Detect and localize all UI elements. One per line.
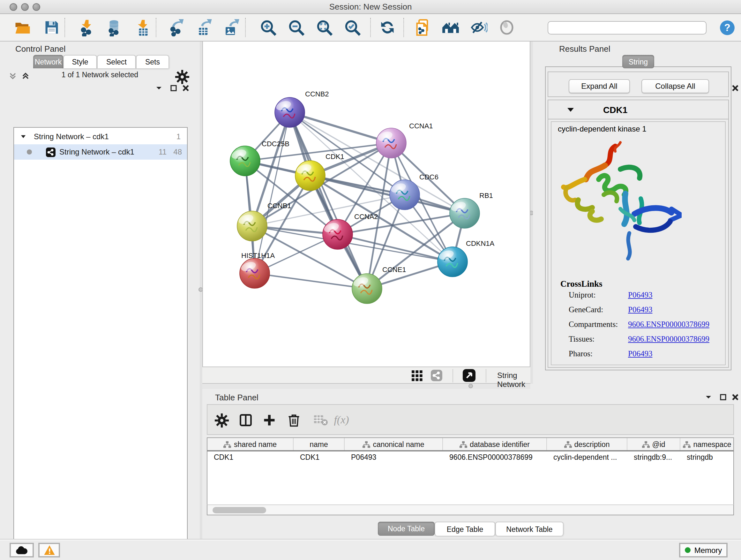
help-icon[interactable]: ? <box>718 18 736 37</box>
network-node-CDKN1A[interactable] <box>437 247 468 277</box>
column-header-description[interactable]: description <box>547 438 627 451</box>
export-table-icon[interactable] <box>195 18 212 37</box>
maximize-panel-icon[interactable] <box>169 84 178 92</box>
maximize-panel-icon[interactable] <box>719 393 728 401</box>
crosslink-label: GeneCard: <box>569 305 603 314</box>
table-hscrollbar[interactable] <box>207 504 734 515</box>
table-cell[interactable]: stringdb <box>687 453 732 461</box>
zoom-fit-icon[interactable] <box>315 18 333 37</box>
expand-all-button[interactable]: Expand All <box>569 79 630 93</box>
collapse-all-button[interactable]: Collapse All <box>642 79 709 93</box>
network-options-gear-icon[interactable] <box>175 70 190 84</box>
zoom-in-icon[interactable] <box>259 18 277 37</box>
edge-HIST1H1A-CCNE1[interactable] <box>255 273 367 289</box>
table-cell[interactable]: cyclin-dependent ... <box>553 453 625 461</box>
column-header-database-identifier[interactable]: database identifier <box>443 438 547 451</box>
network-node-CDK1[interactable] <box>295 161 325 191</box>
hide-eye-icon[interactable] <box>470 18 488 37</box>
network-node-CCNA1[interactable] <box>376 128 406 158</box>
crosslink-link[interactable]: P06493 <box>628 349 652 359</box>
import-network-database-icon[interactable] <box>105 18 123 37</box>
network-node-CCNE1[interactable] <box>352 273 382 304</box>
scrollbar-thumb[interactable] <box>212 507 266 513</box>
warning-button[interactable] <box>38 543 60 557</box>
gear-icon[interactable] <box>214 413 229 428</box>
import-network-icon[interactable] <box>78 18 96 37</box>
close-panel-icon[interactable] <box>181 84 190 92</box>
network-row-selected[interactable]: String Network – cdk1 11 48 <box>14 144 187 160</box>
tab-network[interactable]: Network <box>33 55 63 68</box>
zoom-out-icon[interactable] <box>287 18 305 37</box>
float-panel-icon[interactable] <box>154 84 163 92</box>
network-collection-row[interactable]: String Network – cdk1 1 <box>14 129 187 144</box>
network-tree: String Network – cdk1 1 String Network –… <box>13 127 188 560</box>
trash-icon[interactable] <box>286 413 301 428</box>
column-header--id[interactable]: @id <box>627 438 680 451</box>
tab-select[interactable]: Select <box>97 55 136 68</box>
table-cell[interactable]: P06493 <box>351 453 441 461</box>
network-status-dot <box>27 149 32 154</box>
float-panel-icon[interactable] <box>704 393 713 401</box>
network-canvas[interactable]: CCNB2CCNA1CDC25BCDK1CDC6RB1CCNB1CCNA2CDK… <box>202 42 530 367</box>
export-network-icon[interactable] <box>167 18 185 37</box>
close-panel-icon[interactable] <box>731 84 740 92</box>
network-view-type-icon[interactable] <box>431 370 442 381</box>
crosslink-link[interactable]: P06493 <box>628 305 652 315</box>
fx-icon[interactable]: f(x) <box>334 413 349 428</box>
column-header-namespace[interactable]: namespace <box>680 438 734 451</box>
column-header-name[interactable]: name <box>293 438 345 451</box>
gene-header[interactable]: CDK1 <box>548 100 728 119</box>
crosslink-link[interactable]: 9606.ENSP00000378699 <box>628 334 710 344</box>
grid-view-icon[interactable] <box>412 370 422 381</box>
network-node-CCNA2[interactable] <box>323 219 353 249</box>
close-panel-icon[interactable] <box>731 393 740 401</box>
home-pair-icon[interactable] <box>442 18 460 37</box>
table-delete-icon[interactable] <box>313 413 328 428</box>
toolbar-separator <box>64 18 65 37</box>
plus-icon[interactable] <box>262 413 277 428</box>
network-node-CDC6[interactable] <box>390 180 420 210</box>
copy-share-document-icon[interactable] <box>414 18 431 37</box>
section-expander-icon[interactable] <box>567 107 574 113</box>
tab-string[interactable]: String <box>622 55 654 68</box>
column-header-canonical-name[interactable]: canonical name <box>345 438 443 451</box>
save-icon[interactable] <box>43 18 61 37</box>
network-node-CDC25B[interactable] <box>230 146 260 176</box>
network-node-CCNB2[interactable] <box>275 98 305 127</box>
left-splitter[interactable] <box>200 42 202 539</box>
zoom-selected-icon[interactable] <box>343 18 361 37</box>
memory-button[interactable]: Memory <box>679 543 728 557</box>
edge-CCNB2-CCNE1[interactable] <box>290 112 367 289</box>
edge-CDK1-RB1[interactable] <box>310 176 465 213</box>
gene-section: CDK1 cyclin-dependent kinase 1 <box>548 100 729 368</box>
cloud-button[interactable] <box>10 543 34 557</box>
tab-node-table[interactable]: Node Table <box>378 522 434 536</box>
table-cell[interactable]: stringdb:9... <box>634 453 678 461</box>
refresh-icon[interactable] <box>379 18 396 37</box>
node-label-CDK1: CDK1 <box>326 152 344 161</box>
crosslink-link[interactable]: 9606.ENSP00000378699 <box>628 320 710 329</box>
import-table-icon[interactable] <box>134 18 152 37</box>
search-input[interactable] <box>548 21 706 35</box>
tab-sets[interactable]: Sets <box>136 55 169 68</box>
table-cell[interactable]: CDK1 <box>214 453 291 461</box>
network-node-RB1[interactable] <box>450 198 480 228</box>
crosslink-link[interactable]: P06493 <box>628 291 652 300</box>
tab-network-table[interactable]: Network Table <box>495 522 563 536</box>
table-cell[interactable]: CDK1 <box>300 453 342 461</box>
eye-disabled-icon[interactable] <box>498 18 516 37</box>
open-folder-icon[interactable] <box>13 18 31 37</box>
network-node-CCNB1[interactable] <box>237 211 267 241</box>
export-image-icon[interactable] <box>222 18 240 37</box>
tab-style[interactable]: Style <box>63 55 97 68</box>
edge-CCNB2-CCNA1[interactable] <box>290 112 391 143</box>
network-node-HIST1H1A[interactable] <box>240 258 270 288</box>
tree-expander-icon[interactable] <box>20 134 26 139</box>
columns-icon[interactable] <box>238 413 253 428</box>
tab-edge-table[interactable]: Edge Table <box>434 522 495 536</box>
bottom-splitter[interactable] <box>202 384 530 389</box>
column-header-shared-name[interactable]: shared name <box>207 438 293 451</box>
crosslink-row: Compartments:9606.ENSP00000378699 <box>569 320 722 329</box>
table-cell[interactable]: 9606.ENSP00000378699 <box>449 453 544 461</box>
birdseye-view-icon[interactable] <box>463 369 475 382</box>
